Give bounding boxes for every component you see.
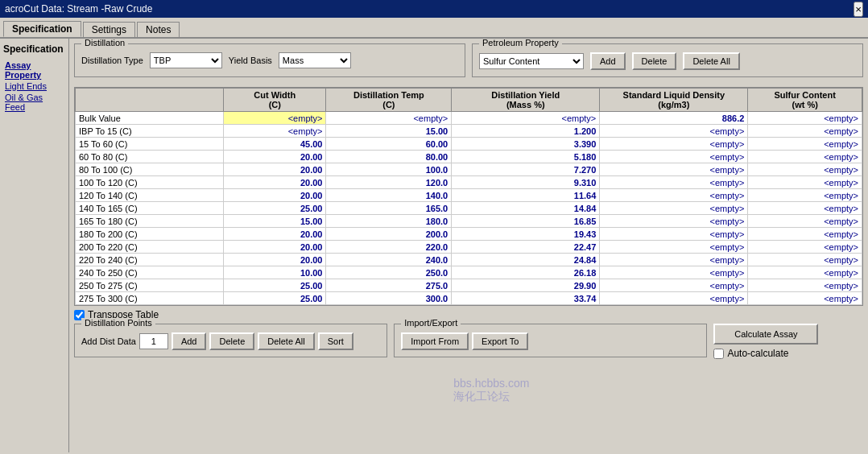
table-cell-dist-temp[interactable]: 300.0 xyxy=(326,292,452,305)
tab-settings[interactable]: Settings xyxy=(83,22,135,37)
table-cell-std-density[interactable]: 886.2 xyxy=(600,112,748,125)
table-cell-dist-temp[interactable]: 120.0 xyxy=(326,176,452,189)
table-cell-cut-width[interactable]: 20.00 xyxy=(224,176,326,189)
calculate-assay-button[interactable]: Calculate Assay xyxy=(713,324,818,345)
add-petroleum-button[interactable]: Add xyxy=(590,52,626,70)
table-cell-sulfur[interactable]: <empty> xyxy=(748,112,862,125)
tab-notes[interactable]: Notes xyxy=(137,22,180,37)
close-button[interactable]: × xyxy=(854,2,863,17)
table-cell-dist-yield[interactable]: 14.84 xyxy=(452,202,600,215)
table-cell-cut-width[interactable]: <empty> xyxy=(224,125,326,138)
table-cell-std-density[interactable]: <empty> xyxy=(600,189,748,202)
table-cell-cut-width[interactable]: 45.00 xyxy=(224,138,326,151)
table-cell-dist-temp[interactable]: <empty> xyxy=(326,112,452,125)
table-cell-sulfur[interactable]: <empty> xyxy=(748,241,862,254)
table-cell-std-density[interactable]: <empty> xyxy=(600,292,748,305)
table-cell-cut-width[interactable]: 20.00 xyxy=(224,241,326,254)
sidebar-item-light-ends[interactable]: Light Ends xyxy=(3,80,65,92)
table-cell-cut-width[interactable]: 15.00 xyxy=(224,215,326,228)
sidebar-item-oil-gas-feed[interactable]: Oil & Gas Feed xyxy=(3,92,65,113)
table-cell-dist-yield[interactable]: 3.390 xyxy=(452,138,600,151)
table-cell-dist-yield[interactable]: 5.180 xyxy=(452,151,600,163)
auto-calculate-label[interactable]: Auto-calculate xyxy=(727,348,788,359)
table-cell-std-density[interactable]: <empty> xyxy=(600,241,748,254)
table-cell-sulfur[interactable]: <empty> xyxy=(748,176,862,189)
yield-basis-select[interactable]: Mass Volume Mole xyxy=(279,52,351,68)
add-dist-data-input[interactable] xyxy=(139,333,168,349)
add-dist-button[interactable]: Add xyxy=(172,332,207,350)
table-cell-dist-temp[interactable]: 220.0 xyxy=(326,241,452,254)
table-cell-cut-width[interactable]: 25.00 xyxy=(224,292,326,305)
table-cell-sulfur[interactable]: <empty> xyxy=(748,189,862,202)
tab-specification[interactable]: Specification xyxy=(3,21,81,37)
table-cell-cut-width[interactable]: 25.00 xyxy=(224,202,326,215)
table-cell-cut-width[interactable]: 20.00 xyxy=(224,254,326,266)
table-cell-std-density[interactable]: <empty> xyxy=(600,202,748,215)
table-cell-dist-yield[interactable]: 11.64 xyxy=(452,189,600,202)
table-cell-dist-temp[interactable]: 60.00 xyxy=(326,138,452,151)
title-bar-text: acroCut Data: Stream -Raw Crude xyxy=(5,3,152,14)
sidebar-item-assay-property[interactable]: Assay Property xyxy=(3,60,65,80)
table-cell-std-density[interactable]: <empty> xyxy=(600,266,748,279)
table-cell-cut-width[interactable]: 25.00 xyxy=(224,279,326,292)
table-cell-sulfur[interactable]: <empty> xyxy=(748,138,862,151)
table-cell-cut-width[interactable]: 10.00 xyxy=(224,266,326,279)
table-cell-std-density[interactable]: <empty> xyxy=(600,254,748,266)
sort-dist-button[interactable]: Sort xyxy=(318,332,353,350)
col-header-std-density: Standard Liquid Density(kg/m3) xyxy=(600,89,748,112)
table-cell-dist-yield[interactable]: 7.270 xyxy=(452,163,600,176)
table-cell-dist-yield[interactable]: 29.90 xyxy=(452,279,600,292)
table-cell-sulfur[interactable]: <empty> xyxy=(748,163,862,176)
table-cell-dist-yield[interactable]: <empty> xyxy=(452,112,600,125)
delete-all-dist-button[interactable]: Delete All xyxy=(258,332,314,350)
table-cell-std-density[interactable]: <empty> xyxy=(600,125,748,138)
table-cell-cut-width[interactable]: 20.00 xyxy=(224,163,326,176)
table-cell-std-density[interactable]: <empty> xyxy=(600,228,748,241)
table-cell-std-density[interactable]: <empty> xyxy=(600,138,748,151)
table-cell-dist-yield[interactable]: 33.74 xyxy=(452,292,600,305)
table-cell-sulfur[interactable]: <empty> xyxy=(748,228,862,241)
delete-petroleum-button[interactable]: Delete xyxy=(632,52,677,70)
table-cell-dist-temp[interactable]: 240.0 xyxy=(326,254,452,266)
table-cell-dist-yield[interactable]: 9.310 xyxy=(452,176,600,189)
table-cell-dist-yield[interactable]: 26.18 xyxy=(452,266,600,279)
table-cell-dist-yield[interactable]: 1.200 xyxy=(452,125,600,138)
table-cell-cut-width[interactable]: 20.00 xyxy=(224,151,326,163)
petroleum-property-select[interactable]: Sulfur Content Density Viscosity xyxy=(479,53,584,69)
table-cell-dist-yield[interactable]: 19.43 xyxy=(452,228,600,241)
table-cell-dist-temp[interactable]: 200.0 xyxy=(326,228,452,241)
import-from-button[interactable]: Import From xyxy=(401,332,469,350)
table-cell-sulfur[interactable]: <empty> xyxy=(748,292,862,305)
table-cell-cut-width[interactable]: 20.00 xyxy=(224,189,326,202)
table-cell-dist-yield[interactable]: 16.85 xyxy=(452,215,600,228)
table-cell-std-density[interactable]: <empty> xyxy=(600,279,748,292)
table-cell-sulfur[interactable]: <empty> xyxy=(748,279,862,292)
table-cell-sulfur[interactable]: <empty> xyxy=(748,254,862,266)
delete-all-petroleum-button[interactable]: Delete All xyxy=(683,52,739,70)
table-cell-dist-yield[interactable]: 24.84 xyxy=(452,254,600,266)
table-cell-dist-yield[interactable]: 22.47 xyxy=(452,241,600,254)
table-cell-dist-temp[interactable]: 100.0 xyxy=(326,163,452,176)
table-cell-sulfur[interactable]: <empty> xyxy=(748,215,862,228)
table-cell-dist-temp[interactable]: 180.0 xyxy=(326,215,452,228)
distillation-type-select[interactable]: TBP ASTM D86 ASTM D1160 xyxy=(150,52,222,68)
table-cell-std-density[interactable]: <empty> xyxy=(600,215,748,228)
auto-calculate-checkbox[interactable] xyxy=(713,349,724,359)
table-cell-std-density[interactable]: <empty> xyxy=(600,176,748,189)
table-cell-dist-temp[interactable]: 15.00 xyxy=(326,125,452,138)
table-cell-std-density[interactable]: <empty> xyxy=(600,163,748,176)
table-cell-dist-temp[interactable]: 275.0 xyxy=(326,279,452,292)
table-cell-sulfur[interactable]: <empty> xyxy=(748,266,862,279)
table-cell-dist-temp[interactable]: 80.00 xyxy=(326,151,452,163)
table-cell-cut-width[interactable]: 20.00 xyxy=(224,228,326,241)
table-cell-sulfur[interactable]: <empty> xyxy=(748,125,862,138)
table-cell-sulfur[interactable]: <empty> xyxy=(748,151,862,163)
delete-dist-button[interactable]: Delete xyxy=(209,332,254,350)
table-cell-dist-temp[interactable]: 165.0 xyxy=(326,202,452,215)
table-cell-std-density[interactable]: <empty> xyxy=(600,151,748,163)
export-to-button[interactable]: Export To xyxy=(472,332,528,350)
table-cell-cut-width[interactable]: <empty> xyxy=(224,112,326,125)
table-cell-sulfur[interactable]: <empty> xyxy=(748,202,862,215)
table-cell-dist-temp[interactable]: 250.0 xyxy=(326,266,452,279)
table-cell-dist-temp[interactable]: 140.0 xyxy=(326,189,452,202)
